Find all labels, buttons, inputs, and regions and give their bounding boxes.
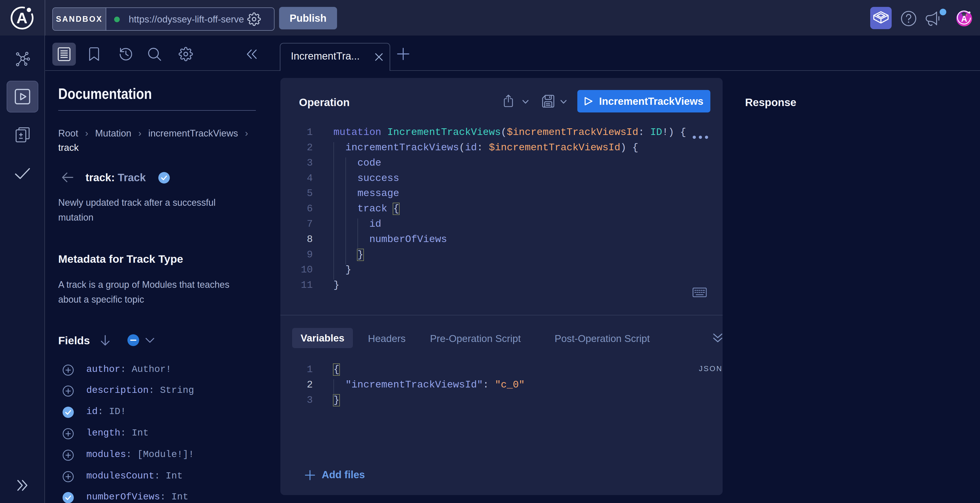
- svg-text:A: A: [16, 10, 27, 27]
